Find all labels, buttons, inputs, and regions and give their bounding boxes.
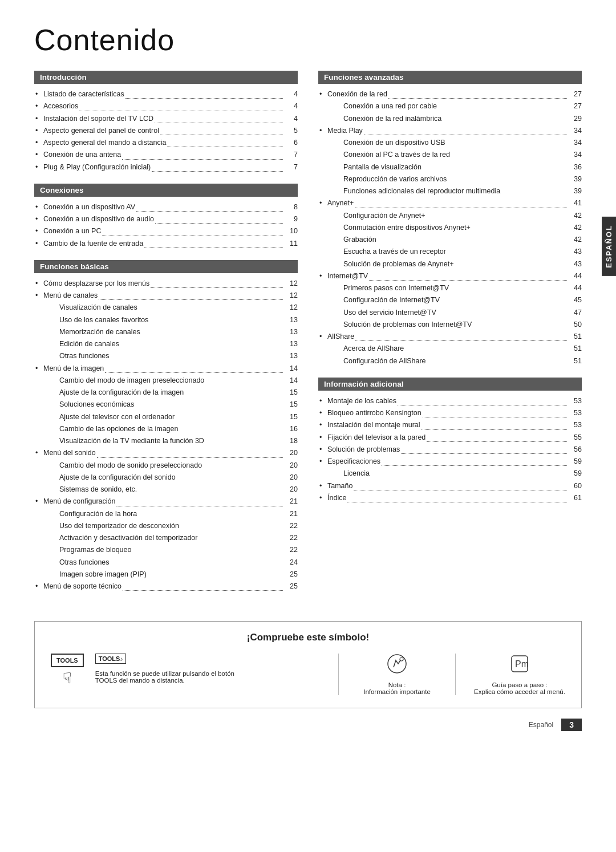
list-item: Conexión de la red27Conexión a una red p…	[318, 88, 582, 125]
toc-label: Sistemas de sonido, etc.	[59, 484, 137, 496]
toc-page: 51	[568, 331, 582, 343]
toc-page: 51	[568, 343, 582, 355]
note-icon	[387, 654, 407, 678]
sub-list-item: Escucha a través de un receptor43	[327, 246, 582, 258]
toc-label: Menú de canales	[43, 290, 98, 302]
list-item: Instalación del soporte del TV LCD4	[34, 113, 298, 125]
toc-label: Escucha a través de un receptor	[343, 246, 446, 258]
toc-label: Media Play	[327, 125, 363, 137]
dots	[354, 490, 567, 490]
toc-page: 51	[568, 355, 582, 367]
toc-page: 12	[284, 278, 298, 290]
sub-list-item: Memorización de canales13	[43, 326, 298, 338]
list-item: Conexión de una antena7	[34, 149, 298, 161]
toc-page: 22	[284, 532, 298, 544]
dots	[388, 98, 567, 99]
list-item: Cambio de la fuente de entrada11	[34, 238, 298, 250]
sub-list-item: Imagen sobre imagen (PIP)25	[43, 569, 298, 581]
dots	[167, 147, 283, 147]
toc-label: Configuración de Anynet+	[343, 210, 425, 222]
toc-page: 42	[568, 210, 582, 222]
dots	[398, 405, 567, 405]
toc-label: Funciones adicionales del reproductor mu…	[343, 185, 500, 197]
toc-label: Activación y desactivación del temporiza…	[59, 532, 197, 544]
sub-list-item: Soluciones económicas15	[43, 399, 298, 411]
footer-language: Español	[529, 721, 553, 729]
list-item: Índice61	[318, 492, 582, 504]
toc-page: 36	[568, 161, 582, 173]
separator2	[455, 654, 456, 695]
section-list: Cómo desplazarse por los menús12Menú de …	[34, 278, 298, 593]
toc-label: Conexión de un dispositivo USB	[343, 137, 445, 149]
footer: Español 3	[34, 719, 582, 731]
toc-page: 6	[284, 137, 298, 149]
tools-hand-icon: ☟	[63, 670, 72, 687]
dots	[155, 223, 283, 224]
toc-label: Uso del servicio Internet@TV	[343, 307, 436, 319]
separator	[338, 654, 339, 695]
toc-page: 42	[568, 234, 582, 246]
toc-label: Cambio de la fuente de entrada	[43, 238, 143, 250]
toc-page: 55	[568, 432, 582, 444]
dots	[136, 211, 283, 212]
toc-label: Imagen sobre imagen (PIP)	[59, 569, 147, 581]
toc-label: Edición de canales	[59, 338, 119, 350]
list-item: Accesorios4	[34, 100, 298, 112]
toc-label: Bloqueo antirrobo Kensington	[327, 407, 422, 419]
toc-label: Instalación del soporte del TV LCD	[43, 113, 153, 125]
toc-label: Grabación	[343, 234, 376, 246]
list-item: Menú de canales12Visualización de canale…	[34, 290, 298, 363]
sub-list-item: Ajuste de la configuración del sonido20	[43, 472, 298, 484]
toc-page: 45	[568, 294, 582, 306]
list-item: Especificaciones59Licencia59	[318, 456, 582, 480]
toc-page: 7	[284, 149, 298, 161]
section-title: Conexiones	[34, 184, 298, 197]
toc-page: 18	[284, 435, 298, 447]
toc-label: Visualización de canales	[59, 302, 137, 314]
tools-button-graphic: TOOLS	[51, 654, 84, 667]
toc-label: Conexión de la red	[327, 88, 387, 100]
sub-list-item: Licencia59	[327, 468, 582, 480]
sub-list-item: Acerca de AllShare51	[327, 343, 582, 355]
list-item: Conexión a un dispositivo AV8	[34, 201, 298, 213]
toc-label: Instalación del montaje mural	[327, 419, 420, 431]
toc-page: 34	[568, 125, 582, 137]
sub-list-item: Otras funciones24	[43, 557, 298, 569]
toc-label: Índice	[327, 492, 346, 504]
sub-list-item: Configuración de la hora21	[43, 508, 298, 520]
section-list: Listado de características4Accesorios4In…	[34, 88, 298, 173]
section-title: Funciones básicas	[34, 260, 298, 273]
list-item: Aspecto general del mando a distancia6	[34, 137, 298, 149]
dots	[116, 506, 283, 506]
dots	[122, 159, 283, 160]
section-title: Introducción	[34, 71, 298, 84]
toc-label: Montaje de los cables	[327, 395, 396, 407]
toc-label: Listado de características	[43, 88, 124, 100]
toc-label: Conexión a un PC	[43, 225, 101, 237]
toc-page: 4	[284, 88, 298, 100]
toc-label: Visualización de la TV mediante la funci…	[59, 435, 204, 447]
sub-list-item: Uso del temporizador de desconexión22	[43, 520, 298, 532]
toc-page: 20	[284, 447, 298, 459]
toc-page: 13	[284, 326, 298, 338]
toc-label: Conexión a una red por cable	[343, 100, 437, 112]
list-item: Bloqueo antirrobo Kensington53	[318, 407, 582, 419]
tools-description: TOOLS ♪ Esta función se puede utilizar p…	[95, 654, 320, 684]
toc-label: Solución de problemas de Anynet+	[343, 258, 454, 270]
list-item: Montaje de los cables53	[318, 395, 582, 407]
sub-list-item: Activación y desactivación del temporiza…	[43, 532, 298, 544]
toc-label: Acerca de AllShare	[343, 343, 404, 355]
toc-label: Conmutación entre dispositivos Anynet+	[343, 222, 471, 234]
toc-page: 60	[568, 480, 582, 492]
toc-label: Conexión al PC a través de la red	[343, 149, 450, 161]
dots	[355, 208, 567, 208]
tools-desc-line2: TOOLS del mando a distancia.	[95, 677, 320, 684]
sub-list-item: Programas de bloqueo22	[43, 544, 298, 556]
sub-list-item: Ajuste del televisor con el ordenador15	[43, 411, 298, 423]
sub-list-item: Configuración de AllShare51	[327, 355, 582, 367]
toc-page: 20	[284, 460, 298, 472]
toc-page: 12	[284, 302, 298, 314]
list-item: Tamaño60	[318, 480, 582, 492]
dots	[160, 135, 283, 135]
sub-list-item: Solución de problemas con Internet@TV50	[327, 319, 582, 331]
